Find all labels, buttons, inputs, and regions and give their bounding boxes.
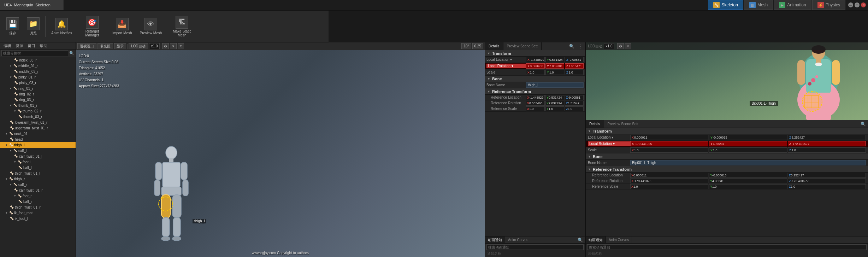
tree-item[interactable]: ▾ 🦴 pinky_01_r xyxy=(0,74,76,80)
tree-item[interactable]: ▾ 🦴 neck_01 xyxy=(0,131,76,136)
browse-button[interactable]: 📁 浏览 xyxy=(23,16,43,37)
scale-z: 1.0 xyxy=(569,71,573,74)
right-notif-search-input[interactable] xyxy=(587,244,867,250)
vp-icon-r1[interactable]: ⚙ xyxy=(617,43,624,49)
details-panel: Details Preview Scene Sett 🔍 ⋮ ▼ Transfo… xyxy=(485,42,585,257)
right-transform-header[interactable]: ▼ Transform xyxy=(586,128,868,134)
right-combined-panel: Bip001-L-Thigh LOD自动 x1.0 ⚙ ☀ Detai xyxy=(585,42,868,257)
tree-item[interactable]: 🦴 thigh_twist_01_r xyxy=(0,204,76,210)
preview-mesh-button[interactable]: 👁 Preview Mesh xyxy=(136,16,165,36)
notif-search-icon[interactable]: 🔍 xyxy=(575,236,585,243)
right-local-location-label[interactable]: Local Location ▾ xyxy=(588,135,630,139)
tree-item[interactable]: ▾ 🦴 ik_foot_root xyxy=(0,210,76,216)
right-bone-section-header[interactable]: ▼ Bone xyxy=(586,153,868,160)
right-notif-tab-1[interactable]: 动画通知 xyxy=(586,236,606,243)
tree-item[interactable]: 🦴 pinky_03_r xyxy=(0,80,76,86)
right-bone-name-value: Bip001-L-Thigh xyxy=(630,160,866,165)
bone-arrow: ▼ xyxy=(487,77,491,81)
tree-item[interactable]: 🦴 ring_03_r xyxy=(0,97,76,103)
right-notif-tab-2[interactable]: Anim Curves xyxy=(606,236,632,243)
make-static-mesh-button[interactable]: 🏗 Make Static Mesh xyxy=(166,14,198,39)
right-ref-rotation-label[interactable]: Reference Rotation xyxy=(592,179,630,183)
tree-item[interactable]: 🦴 ik_foot_l xyxy=(0,216,76,221)
right-local-location-row: Local Location ▾ X 0.000011 Y -0.000015 … xyxy=(586,134,868,141)
ref-transform-section-header[interactable]: ▼ Reference Transform xyxy=(485,88,585,95)
tree-item[interactable]: 🦴 ball_r xyxy=(0,199,76,204)
menu-edit[interactable]: 编辑 xyxy=(1,43,13,48)
tree-item[interactable]: 🦴 thigh_twist_01_l xyxy=(0,170,76,176)
bone-search-input[interactable] xyxy=(1,50,68,56)
right-details-area: Details Preview Scene Sett 🔍 ▼ Transform… xyxy=(586,120,868,257)
ref-location-label[interactable]: Reference Location xyxy=(491,95,526,99)
tab-skeleton[interactable]: 🦴 Skeleton xyxy=(708,0,743,10)
tree-item[interactable]: ▾ 🦴 calf_l xyxy=(0,148,76,153)
right-search-icon[interactable]: 🔍 xyxy=(858,120,868,128)
vp-icon-btn-1[interactable]: ⚙ xyxy=(162,43,169,49)
right-preview-tab[interactable]: Preview Scene Sett xyxy=(604,120,642,128)
notif-tab-1[interactable]: 动画通知 xyxy=(485,236,505,243)
tree-item[interactable]: 🦴 ball_l xyxy=(0,165,76,170)
show-button[interactable]: 显示 xyxy=(114,43,126,49)
svg-rect-20 xyxy=(797,60,805,85)
bone-section-header[interactable]: ▼ Bone xyxy=(485,76,585,82)
details-search-icon[interactable]: 🔍 xyxy=(567,42,577,50)
tree-item[interactable]: 🦴 head xyxy=(0,136,76,142)
right-details-tab[interactable]: Details xyxy=(586,120,604,128)
vp-divider2 xyxy=(161,44,161,49)
tree-item[interactable]: 🦴 lowerarm_twist_01_r xyxy=(0,119,76,125)
notif-search-input[interactable] xyxy=(486,244,584,250)
tree-item[interactable]: ▾ 🦴 calf_r xyxy=(0,182,76,187)
menu-window[interactable]: 窗口 xyxy=(25,43,37,48)
transform-section-header[interactable]: ▼ Transform xyxy=(485,50,585,57)
details-tab-preview[interactable]: Preview Scene Sett xyxy=(503,42,542,50)
right-scale-row: Scale X 1.0 Y 1.0 Z 1.0 xyxy=(586,147,868,153)
tree-item[interactable]: ▾ 🦴 thumb_01_r xyxy=(0,103,76,108)
local-rotation-label[interactable]: Local Rotation ▾ xyxy=(486,64,526,68)
tree-item[interactable]: ▾ 🦴 ring_01_r xyxy=(0,86,76,91)
lit-button[interactable]: 带光照 xyxy=(98,43,113,49)
anim-notifies-button[interactable]: 🔔 Anim Notifies xyxy=(48,16,76,36)
tree-item[interactable]: ▾ 🦴 foot_l xyxy=(0,159,76,165)
retarget-manager-button[interactable]: 🎯 Retarget Manager xyxy=(76,14,108,39)
vp-icon-btn-3[interactable]: ⟲ xyxy=(178,43,184,49)
tree-item[interactable]: 🦴 index_03_r xyxy=(0,57,76,63)
tree-item[interactable]: 🦴 middle_03_r xyxy=(0,69,76,74)
vp-zoom-btn[interactable]: 0.25 xyxy=(472,43,483,49)
vp-icon-r2[interactable]: ☀ xyxy=(625,43,631,49)
tree-item-selected[interactable]: ▾ 🦴 thigh_l xyxy=(0,142,76,148)
right-ref-location-label[interactable]: Reference Location xyxy=(592,173,630,177)
right-ref-transform-header[interactable]: ▼ Reference Transform xyxy=(586,166,868,173)
tree-item[interactable]: 🦴 calf_twist_01_l xyxy=(0,153,76,159)
local-location-label[interactable]: Local Location ▾ xyxy=(486,58,526,62)
tab-mesh[interactable]: ▦ Mesh xyxy=(744,0,773,10)
tree-item[interactable]: ▸ 🦴 middle_01_r xyxy=(0,63,76,69)
tree-item[interactable]: ▾ 🦴 foot_r xyxy=(0,193,76,199)
tree-item[interactable]: 🦴 upperarm_twist_01_r xyxy=(0,125,76,131)
tab-physics[interactable]: ⚡ Physics xyxy=(812,0,845,10)
details-tab-details[interactable]: Details xyxy=(485,42,503,50)
lod-button[interactable]: LOD自动 xyxy=(129,43,148,49)
tree-item[interactable]: 🦴 calf_twist_01_r xyxy=(0,187,76,193)
right-local-rotation-label[interactable]: Local Rotation ▾ xyxy=(588,141,630,146)
perspective-button[interactable]: 透视视口 xyxy=(77,43,96,49)
scale-y: 1.0 xyxy=(549,71,554,74)
import-mesh-button[interactable]: 📥 Import Mesh xyxy=(109,16,136,36)
tree-item[interactable]: ▾ 🦴 thumb_02_r xyxy=(0,108,76,114)
tree-item[interactable]: ▾ 🦴 thigh_r xyxy=(0,176,76,182)
close-button[interactable]: ✕ xyxy=(861,2,866,7)
menu-help[interactable]: 帮助 xyxy=(37,43,49,48)
minimize-button[interactable]: — xyxy=(848,2,853,7)
vp-icon-btn-2[interactable]: ☀ xyxy=(170,43,177,49)
tree-item[interactable]: 🦴 thumb_03_r xyxy=(0,114,76,119)
ref-rotation-label[interactable]: Reference Rotation xyxy=(491,101,526,105)
viewport-main[interactable]: LOD:0 Current Screen Size:0.08 Triangles… xyxy=(76,50,485,257)
maximize-button[interactable]: □ xyxy=(855,2,860,7)
menu-resource[interactable]: 资源 xyxy=(13,43,25,48)
tree-item[interactable]: 🦴 ring_02_r xyxy=(0,91,76,97)
notif-tab-2[interactable]: Anim Curves xyxy=(505,236,531,243)
tab-animation[interactable]: ▶ Animation xyxy=(774,0,811,10)
details-options-icon[interactable]: ⋮ xyxy=(577,42,585,50)
vp-angle-btn[interactable]: 10° xyxy=(461,43,471,49)
save-button[interactable]: 💾 保存 xyxy=(3,16,23,37)
right-preview-viewport[interactable]: Bip001-L-Thigh LOD自动 x1.0 ⚙ ☀ xyxy=(586,42,868,120)
